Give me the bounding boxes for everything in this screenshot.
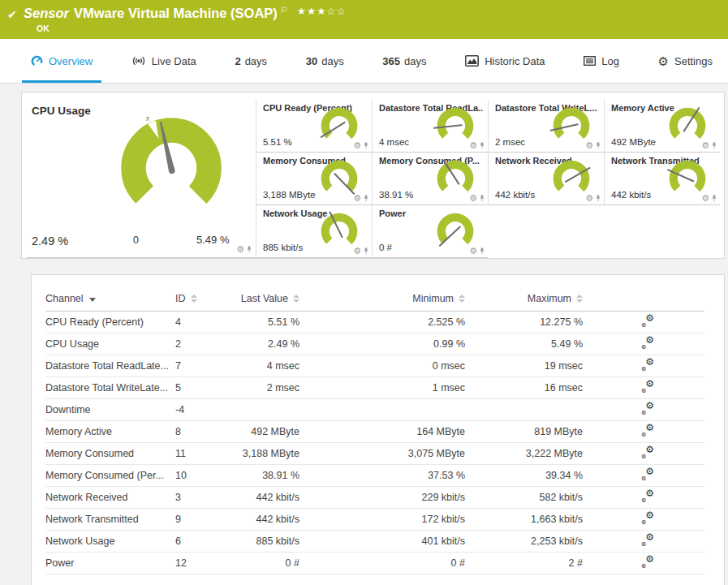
pin-icon[interactable] (479, 141, 485, 150)
mini-gauge-cell[interactable]: Datastore Total WriteL... 2 msec ⚙ (488, 100, 604, 153)
channel-last-value: 38.91 % (224, 464, 299, 486)
channel-name[interactable]: CPU Usage (45, 333, 175, 355)
live-icon (131, 55, 146, 67)
mini-gauge-cell[interactable]: Memory Consumed 3,188 MByte ⚙ (256, 153, 372, 205)
mini-gauge-cell[interactable]: CPU Ready (Percent) 5.51 % ⚙ (256, 100, 372, 153)
channel-settings-icon[interactable]: ⚙⚙ (641, 424, 654, 437)
channel-minimum: 0 # (299, 552, 465, 574)
mini-gauge-cell[interactable]: Memory Active 492 MByte ⚙ (604, 100, 720, 153)
gear-icon[interactable]: ⚙ (701, 141, 709, 150)
gear-icon[interactable]: ⚙ (236, 245, 244, 254)
flag-icon[interactable]: ⚐ (280, 2, 288, 18)
column-header-min[interactable]: Minimum (299, 286, 465, 311)
sort-both-icon[interactable] (191, 295, 197, 303)
pin-icon[interactable] (595, 194, 601, 203)
channel-name[interactable]: Memory Consumed (Per... (45, 464, 175, 486)
pin-icon[interactable] (363, 194, 369, 203)
channel-name[interactable]: Memory Active (45, 420, 175, 442)
tab-30-days[interactable]: 30 days (302, 39, 348, 83)
mini-gauge-cell[interactable]: Power 0 # ⚙ (372, 205, 488, 258)
channel-id: 10 (175, 464, 224, 486)
tab-365-days[interactable]: 365 days (378, 39, 430, 83)
column-header-name[interactable]: Channel (45, 286, 175, 311)
sort-both-icon[interactable] (576, 295, 583, 303)
main-gauge-cell[interactable]: CPU Usage x̄ 2.49 % 0 5.49 % ⚙ (27, 100, 256, 258)
ok-check-icon: ✔ (7, 6, 24, 39)
gear-icon[interactable]: ⚙ (701, 194, 709, 203)
channel-name[interactable]: Network Transmitted (45, 508, 175, 530)
gear-icon[interactable]: ⚙ (469, 247, 477, 256)
sensor-title: VMware Virtual Machine (SOAP) (74, 5, 278, 21)
channel-name[interactable]: Power (45, 552, 175, 574)
gear-icon[interactable]: ⚙ (585, 141, 593, 150)
channel-minimum: 1 msec (299, 376, 465, 398)
column-header-settings (583, 286, 704, 311)
channel-name[interactable]: Network Usage (45, 530, 175, 552)
channel-minimum: 37.53 % (299, 464, 465, 486)
column-header-max[interactable]: Maximum (465, 286, 583, 311)
channel-settings-icon[interactable]: ⚙⚙ (641, 336, 654, 349)
pin-icon[interactable] (479, 247, 485, 256)
channel-name[interactable]: CPU Ready (Percent) (45, 311, 175, 333)
mini-gauge-cell[interactable]: Network Usage 885 kbit/s ⚙ (256, 205, 372, 258)
channel-name[interactable]: Datastore Total WriteLate... (45, 376, 175, 398)
channel-last-value: 5.51 % (224, 311, 299, 333)
mini-gauge-cell[interactable]: Network Transmitted 442 kbit/s ⚙ (604, 153, 720, 205)
channel-minimum: 401 kbit/s (299, 530, 465, 552)
channel-settings-icon[interactable]: ⚙⚙ (641, 555, 654, 568)
channel-settings-icon[interactable]: ⚙⚙ (641, 511, 654, 524)
channel-id: 9 (175, 508, 224, 530)
gear-icon[interactable]: ⚙ (353, 141, 361, 150)
gear-icon[interactable]: ⚙ (585, 194, 593, 203)
channel-id: 5 (175, 376, 224, 398)
channel-name[interactable]: Datastore Total ReadLate... (45, 355, 175, 376)
table-row: Network Received 3 442 kbit/s 229 kbit/s… (45, 486, 704, 508)
column-header-last[interactable]: Last Value (224, 286, 299, 311)
tab-2-days[interactable]: 2 days (230, 39, 271, 83)
gear-icon[interactable]: ⚙ (353, 194, 361, 203)
channel-name[interactable]: Memory Consumed (45, 442, 175, 464)
column-header-id[interactable]: ID (175, 286, 224, 311)
channel-settings-icon[interactable]: ⚙⚙ (641, 402, 654, 415)
channel-name[interactable]: Network Received (45, 486, 175, 508)
mini-gauge-cell[interactable]: Network Received 442 kbit/s ⚙ (488, 153, 604, 205)
channel-settings-icon[interactable]: ⚙⚙ (641, 467, 654, 480)
tab-historic-data[interactable]: Historic Data (461, 39, 549, 83)
channel-settings-icon[interactable]: ⚙⚙ (641, 314, 654, 327)
sort-down-icon[interactable] (89, 298, 96, 302)
pin-icon[interactable] (595, 141, 601, 150)
pin-icon[interactable] (363, 247, 369, 256)
table-row: Memory Consumed (Per... 10 38.91 % 37.53… (45, 464, 704, 486)
channel-name[interactable]: Downtime (45, 398, 175, 420)
mini-gauge-value: 885 kbit/s (263, 243, 303, 252)
tab-log[interactable]: Log (579, 39, 623, 83)
gear-icon[interactable]: ⚙ (469, 194, 477, 203)
pin-icon[interactable] (711, 194, 717, 203)
channel-settings-icon[interactable]: ⚙⚙ (641, 489, 654, 502)
pin-icon[interactable] (711, 141, 717, 150)
sort-both-icon[interactable] (293, 295, 299, 303)
mini-gauge-cell[interactable]: Datastore Total ReadLa... 4 msec ⚙ (372, 100, 488, 153)
tab-overview[interactable]: Overview (27, 39, 97, 83)
sort-both-icon[interactable] (459, 295, 465, 303)
channel-settings-icon[interactable]: ⚙⚙ (641, 533, 654, 546)
gauge-max-label: 5.49 % (196, 234, 229, 246)
pin-icon[interactable] (246, 245, 252, 254)
gear-icon[interactable]: ⚙ (469, 141, 477, 150)
channel-last-value: 2 msec (224, 376, 299, 398)
main-gauge-value: 2.49 % (32, 234, 68, 247)
channel-settings-icon[interactable]: ⚙⚙ (641, 358, 654, 371)
table-row: Network Transmitted 9 442 kbit/s 172 kbi… (45, 508, 704, 530)
channel-maximum: 819 MByte (465, 420, 583, 442)
mini-gauge-value: 4 msec (379, 137, 409, 147)
channel-settings-icon[interactable]: ⚙⚙ (641, 445, 654, 458)
gear-icon[interactable]: ⚙ (353, 247, 361, 256)
channel-last-value: 442 kbit/s (224, 486, 299, 508)
tab-live-data[interactable]: Live Data (127, 39, 200, 83)
priority-stars[interactable]: ★★★☆☆ (297, 3, 347, 19)
pin-icon[interactable] (363, 141, 369, 150)
mini-gauge-cell[interactable]: Memory Consumed (P... 38.91 % ⚙ (372, 153, 488, 205)
channel-settings-icon[interactable]: ⚙⚙ (641, 380, 654, 393)
tab-settings[interactable]: ⚙ Settings (654, 39, 717, 83)
pin-icon[interactable] (479, 194, 485, 203)
